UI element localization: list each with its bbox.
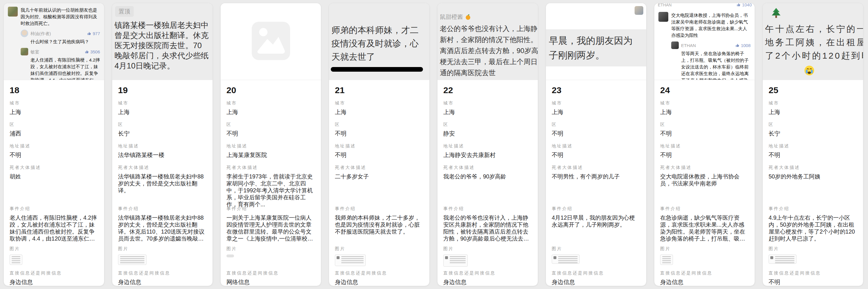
like-count: 977: [87, 30, 100, 37]
attachment-slot: [660, 254, 749, 265]
field-label-district: 区: [769, 122, 857, 128]
thumbs-up-icon: [87, 31, 92, 36]
comment: 柿油(作者)977什么时候？生了其他疾病吗？: [21, 30, 100, 45]
comment-header: ETHAN1008: [671, 41, 750, 49]
field-label-city: 城市: [443, 100, 532, 106]
field-label-source: 直接信息还是间接信息: [226, 270, 315, 276]
record-number: 25: [769, 85, 857, 95]
attachment-slot: [118, 254, 207, 265]
record-card[interactable]: 置顶镇路某楼一楼独居老夫妇中曾是交大出版社翻译。休克医无对接医院而去世。70晚敲…: [112, 3, 213, 286]
field-label-district: 区: [443, 122, 532, 128]
comment-text: 什么时候？生了其他疾病吗？: [31, 38, 100, 45]
field-city: 城市 上海: [660, 100, 749, 122]
field-label-district: 区: [9, 122, 98, 128]
field-value-district: 长宁: [118, 130, 207, 137]
tree-emoji: [770, 7, 863, 20]
field-value-address: 不明: [9, 151, 98, 159]
field-label-address: 地址描述: [660, 143, 749, 149]
attachment-slot: [226, 254, 315, 257]
field-district: 区 长宁: [769, 122, 857, 143]
field-value-deceased: 交大电院退休教授，上海书协会员，书法家吴中南老师: [660, 173, 749, 187]
comment-header: 敏宴3506: [21, 48, 100, 56]
field-value-source: 身边信息: [443, 279, 532, 286]
like-count: 1040: [737, 3, 752, 7]
field-deceased: 死者大体描述 交大电院退休教授，上海书协会员，书法家吴中南老师: [660, 165, 749, 206]
attachment-thumbnail[interactable]: [443, 254, 468, 267]
record-card[interactable]: 20 城市 上海 区 不明 地址描述 上海某康复医院 死者大体描述 李昶生于19…: [220, 3, 321, 286]
attachment-slot: [552, 254, 641, 264]
pinned-badge: 置顶: [115, 6, 134, 17]
attachment-thumbnail[interactable]: [9, 254, 22, 265]
field-city: 城市 上海: [226, 100, 315, 122]
field-label-city: 城市: [226, 100, 315, 106]
like-count: 3506: [85, 48, 100, 55]
attachment-thumbnail[interactable]: [552, 254, 580, 264]
field-label-address: 地址描述: [769, 143, 857, 149]
field-city: 城市 上海: [769, 100, 857, 122]
field-value-address: 不明: [660, 151, 749, 159]
record-card[interactable]: 我几十年前就认识的一位胡姓朋友也是因为封控、核酸检测等原因没有得到及时救治而死亡…: [3, 3, 104, 286]
avatar: [445, 256, 448, 259]
attachment-thumbnail[interactable]: [335, 254, 366, 266]
record-number: 23: [552, 85, 641, 95]
field-value-address: 不明: [769, 151, 857, 159]
attachment-slot: [443, 254, 532, 267]
field-value-district: 长宁: [769, 130, 857, 137]
field-value-address: 法华镇路某楼一楼: [118, 151, 207, 159]
field-value-event: 我老公的爷爷也没有计入，上海静安区共康新村，全家阴的情况下他阳性，被转去隔离酒店…: [443, 214, 532, 242]
record-fields: 19 城市 上海 区 长宁 地址描述 法华镇路某楼一楼 死者大体描述 法华镇路某…: [112, 80, 213, 286]
record-fields: 21 城市 上海 区 不明 地址描述 不明 死者大体描述 二十多岁女子 事件介绍…: [329, 80, 429, 286]
field-source: 直接信息还是间接信息 不明: [769, 270, 857, 286]
attachment-thumbnail[interactable]: [226, 254, 234, 257]
screenshot-text-line: 梗无法去三甲，最后在上个周日: [440, 56, 537, 67]
attachment-thumbnail[interactable]: [118, 254, 147, 265]
card-gallery[interactable]: 我几十年前就认识的一位胡姓朋友也是因为封控、核酸检测等原因没有得到及时救治而死亡…: [0, 0, 868, 289]
screenshot-text-line: 疫情没有及时就诊，心: [331, 37, 428, 50]
attachment-thumbnail[interactable]: [660, 254, 673, 265]
field-value-city: 上海: [552, 109, 641, 116]
field-label-event: 事件介绍: [9, 206, 98, 212]
field-value-event: 我师弟的本科师妹，才二十多岁，也是因为疫情没有及时就诊，心脏不舒服送医院隔天就去…: [335, 214, 424, 235]
field-label-source: 直接信息还是间接信息: [443, 270, 532, 276]
avatar: [671, 41, 679, 49]
attachment-thumbnail[interactable]: [769, 254, 797, 264]
field-event: 事件介绍 4月12日早晨，我的朋友因为心梗永远离开了，儿子刚刚两岁。: [552, 206, 641, 246]
field-value-source: 身边信息: [118, 279, 207, 286]
record-card[interactable]: ETHAN1040交大电院退休教授，上海书协会员，书法家吴中南老师在急诊病逝，缺…: [654, 3, 755, 286]
record-card[interactable]: 鼠甜橙酱老公的爷爷也没有计入，上海静新村，全家阴的情况下他阳性。离酒店后差点转去…: [437, 3, 538, 286]
field-value-district: 不明: [226, 130, 315, 137]
field-value-address: 上海某康复医院: [226, 151, 315, 159]
field-event: 事件介绍 我老公的爷爷也没有计入，上海静安区共康新村，全家阴的情况下他阳性，被转…: [443, 206, 532, 246]
comment-text: 苦等两天，坐在急诊角落的椅子上，打吊瓶、吸氧气（被封控的子女设法送去的，杯水车薪…: [681, 50, 750, 80]
avatar: [658, 12, 668, 22]
record-cover: 置顶镇路某楼一楼独居老夫妇中曾是交大出版社翻译。休克医无对接医院而去世。70晚敲…: [112, 3, 213, 80]
screenshot-text: 师弟的本科师妹，才二疫情没有及时就诊，心天就去世了: [329, 24, 429, 64]
field-label-source: 直接信息还是间接信息: [552, 270, 641, 276]
screenshot-text-line: 子刚刚两岁。: [549, 48, 643, 62]
attachment-slot: [9, 254, 98, 265]
avatar: [634, 6, 643, 15]
record-cover: 鼠甜橙酱老公的爷爷也没有计入，上海静新村，全家阴的情况下他阳性。离酒店后差点转去…: [437, 3, 538, 80]
record-card[interactable]: 师弟的本科师妹，才二疫情没有及时就诊，心天就去世了 21 城市 上海 区 不明 …: [329, 3, 430, 286]
field-label-deceased: 死者大体描述: [335, 165, 424, 170]
field-label-image: 图片: [9, 246, 98, 252]
record-card[interactable]: 午十点左右，长宁的一小地务工阿姨，在出租屋里了2个小时的120赶到时人 25 城…: [763, 3, 863, 286]
orange-emoji: [465, 14, 471, 21]
screenshot-text: 镇路某楼一楼独居老夫妇中曾是交大出版社翻译。休克医无对接医院而去世。70晚敲邻居…: [112, 20, 213, 71]
record-fields: 24 城市 上海 区 不明 地址描述 不明 死者大体描述 交大电院退休教授，上海…: [654, 80, 755, 286]
field-deceased: 死者大体描述 二十多岁女子: [335, 165, 424, 206]
field-value-district: 不明: [552, 130, 641, 137]
record-number: 20: [226, 85, 315, 95]
field-value-city: 上海: [769, 109, 857, 116]
commenter-name: ETHAN: [681, 42, 733, 49]
redaction-bar: [331, 67, 423, 72]
field-event: 事件介绍 4.9上午十点左右，长宁的一小区内，50岁的外地务工阿姨，在出租屋里心…: [769, 206, 857, 246]
field-value-source: 身边信息: [552, 279, 641, 286]
field-value-event: 在急诊病逝，缺少氧气等医疗资源，哀求医生求职未果...夫人亦感染为阳性。吴老师苦…: [660, 214, 749, 242]
field-label-district: 区: [552, 122, 641, 128]
record-number: 21: [335, 85, 424, 95]
field-label-address: 地址描述: [552, 143, 641, 149]
avatar: [21, 30, 28, 37]
record-card[interactable]: 早晨，我的朋友因为子刚刚两岁。 23 城市 上海 区 不明 地址描述 不明 死者…: [546, 3, 647, 286]
comment-header: 柿油(作者)977: [21, 30, 100, 37]
